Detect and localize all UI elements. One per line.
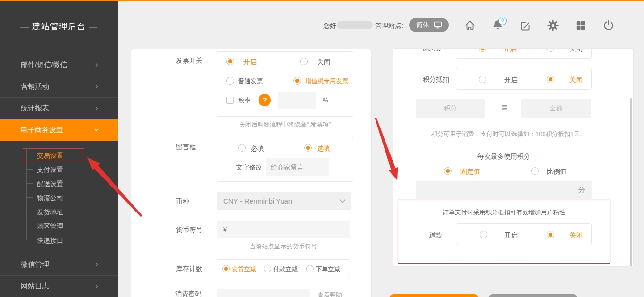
monitor-icon: [434, 21, 442, 29]
sidebar-item-label: 营销活动: [21, 76, 49, 97]
tax-rate-checkbox[interactable]: [226, 97, 234, 104]
coupon-on-label[interactable]: 开启: [503, 48, 517, 52]
invoice-switch-label: 发票开关: [176, 57, 202, 64]
fixed-value-radio[interactable]: [444, 167, 452, 175]
deduct-on-radio[interactable]: [479, 76, 486, 83]
refund-off-label[interactable]: 关闭: [569, 231, 583, 239]
points-deduct-group: 开启 关闭: [456, 68, 592, 90]
consume-password-input[interactable]: [217, 289, 310, 297]
submenu-item-shipping-address[interactable]: 发货地址: [37, 208, 63, 216]
deduct-on-label[interactable]: 开启: [504, 76, 518, 84]
sidebar-item-label: 邮件/短信/微信: [21, 54, 67, 75]
app-title: — 建站管理后台 —: [0, 21, 118, 32]
text-edit-label: 文字修改: [236, 163, 262, 171]
help-question-icon[interactable]: ?: [259, 94, 271, 106]
chevron-down-icon: [339, 199, 346, 204]
sidebar-item-label: 统计报表: [21, 98, 49, 119]
message-text-input[interactable]: 给商家留言: [266, 158, 329, 176]
sidebar-item-mail-sms-wechat[interactable]: 邮件/短信/微信 ›: [0, 54, 118, 76]
coupon-group: 开启 关闭: [456, 48, 592, 59]
amount-input[interactable]: 金额: [521, 99, 591, 118]
chevron-right-icon: ›: [95, 54, 98, 75]
invoice-on-label[interactable]: 开启: [243, 58, 257, 66]
currency-label: 币种: [176, 197, 189, 205]
currency-value: CNY - Renminbi Yuan: [223, 197, 292, 205]
ratio-value-radio[interactable]: [531, 167, 539, 175]
coupon-off-radio[interactable]: [547, 48, 554, 52]
currency-symbol-label: 货币符号: [176, 226, 202, 233]
chevron-down-icon: ›: [86, 128, 107, 131]
refund-on-label[interactable]: 开启: [504, 231, 518, 239]
submenu-item-express-interface[interactable]: 快递接口: [37, 236, 63, 245]
chevron-right-icon: ›: [95, 76, 98, 97]
submenu-item-delivery-settings[interactable]: 配送设置: [37, 179, 63, 188]
sidebar: — 建站管理后台 — 邮件/短信/微信 › 营销活动 › 统计报表 › 电子商务…: [0, 0, 118, 297]
invoice-normal-label[interactable]: 普通发票: [238, 77, 263, 85]
stock-order-radio[interactable]: [306, 265, 314, 272]
scrollbar-thumb[interactable]: [630, 98, 632, 267]
stock-group: 发货立减 付款立减 下单立减: [217, 259, 350, 278]
deduct-off-label[interactable]: 关闭: [569, 76, 583, 84]
equals-sign: =: [497, 99, 512, 118]
stock-pay-radio[interactable]: [264, 265, 271, 272]
sidebar-item-wechat-management[interactable]: 微信管理 ›: [0, 254, 118, 275]
home-icon[interactable]: [464, 19, 476, 32]
invoice-off-label[interactable]: 关闭: [317, 58, 330, 66]
chevron-right-icon: ›: [95, 254, 98, 275]
message-required-label[interactable]: 必填: [251, 144, 264, 152]
view-help-link[interactable]: 查看帮助: [318, 291, 342, 297]
compose-icon[interactable]: [519, 19, 532, 32]
username-redacted: [337, 21, 373, 29]
sidebar-item-statistics[interactable]: 统计报表 ›: [0, 97, 118, 119]
sidebar-item-marketing[interactable]: 营销活动 ›: [0, 76, 118, 97]
tax-rate-label[interactable]: 税率: [238, 97, 251, 104]
stock-pay-label[interactable]: 付款立减: [273, 265, 298, 273]
sidebar-item-ecommerce-settings[interactable]: 电子商务设置 ›: [0, 119, 118, 141]
invoice-normal-radio[interactable]: [226, 77, 234, 85]
refund-off-radio[interactable]: [547, 231, 554, 238]
submenu-tree-line: [26, 150, 27, 240]
invoice-off-radio[interactable]: [300, 58, 308, 65]
invoice-vat-radio[interactable]: [293, 77, 301, 85]
ratio-value-label[interactable]: 比例值: [547, 168, 567, 175]
tree-tick: [27, 169, 33, 170]
refund-on-radio[interactable]: [480, 231, 487, 238]
invoice-on-radio[interactable]: [226, 58, 234, 65]
submenu-item-logistics-company[interactable]: 物流公司: [37, 194, 63, 202]
stock-ship-radio[interactable]: [222, 265, 230, 272]
primary-button[interactable]: [388, 294, 480, 297]
tax-rate-input[interactable]: [278, 92, 316, 109]
chevron-right-icon: ›: [95, 98, 98, 119]
coupon-on-radio[interactable]: [479, 48, 486, 52]
invoice-vat-label[interactable]: 增值税专用发票: [305, 77, 348, 85]
message-optional-radio[interactable]: [304, 144, 312, 152]
currency-symbol-input[interactable]: ¥: [217, 221, 350, 238]
apps-grid-icon[interactable]: [575, 19, 587, 32]
power-icon[interactable]: [602, 19, 615, 32]
points-deduct-label: 积分抵扣: [423, 76, 449, 83]
sidebar-item-site-log[interactable]: 网站日志 ›: [0, 275, 118, 297]
language-button[interactable]: 简体: [409, 18, 449, 32]
invoice-note: 关闭后购物流程中将隐藏“ 发票项”: [217, 120, 353, 129]
currency-select[interactable]: CNY - Renminbi Yuan: [217, 192, 351, 210]
secondary-button[interactable]: [487, 294, 579, 297]
stock-order-label[interactable]: 下单立减: [316, 265, 340, 273]
stock-ship-label[interactable]: 发货立减: [232, 265, 256, 273]
deduct-off-radio[interactable]: [547, 76, 554, 83]
submenu-item-region-management[interactable]: 地区管理: [37, 222, 63, 230]
fixed-value-label[interactable]: 固定值: [460, 168, 480, 175]
gear-icon[interactable]: [547, 19, 559, 32]
submenu-item-payment-settings[interactable]: 支付设置: [37, 165, 63, 174]
message-optional-label[interactable]: 选填: [317, 144, 330, 152]
submenu-item-trade-settings[interactable]: 交易设置: [37, 151, 63, 160]
message-group: 必填 选填 文字修改 给商家留言: [217, 137, 353, 182]
tree-tick: [27, 240, 33, 240]
chevron-right-icon: ›: [95, 276, 98, 297]
tree-tick: [27, 155, 33, 155]
message-required-radio[interactable]: [238, 144, 246, 152]
max-points-input[interactable]: 分: [416, 181, 592, 199]
message-box-label: 留言框: [176, 143, 196, 151]
tree-tick: [27, 226, 33, 226]
coupon-off-label[interactable]: 关闭: [569, 48, 583, 52]
points-input[interactable]: 积分: [416, 99, 485, 118]
